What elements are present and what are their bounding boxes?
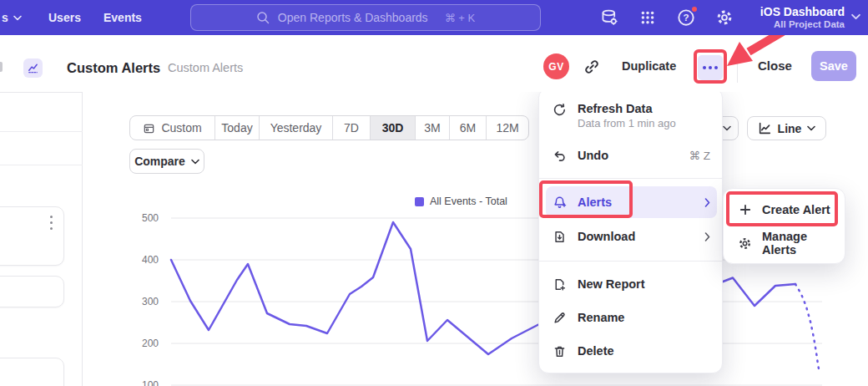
nav-partial-label: s [2,11,8,24]
header-divider [737,53,738,83]
svg-text:400: 400 [142,254,159,266]
report-header: Custom Alerts Custom Alerts GV Duplicate… [0,35,868,92]
svg-text:500: 500 [142,212,159,224]
svg-text:200: 200 [142,338,159,349]
sidebar-card[interactable] [0,206,64,266]
menu-divider [539,178,724,179]
range-3m[interactable]: 3M [416,116,450,140]
left-sidebar [0,92,83,386]
project-name: iOS Dashboard [760,5,845,18]
settings-gear-icon[interactable] [714,8,734,28]
range-today[interactable]: Today [215,116,260,140]
date-range-control: Custom Today Yesterday 7D 30D 3M 6M 12M [129,115,529,140]
nav-item-events[interactable]: Events [103,0,142,35]
close-button[interactable]: Close [758,58,792,73]
alerts-submenu: Create Alert Manage Alerts [723,188,845,264]
report-chart-icon [23,58,43,78]
menu-divider [539,261,724,262]
more-options-button[interactable] [698,55,723,80]
range-12m[interactable]: 12M [487,116,528,140]
breadcrumb[interactable]: Custom Alerts [168,61,243,74]
submenu-item-manage-alerts[interactable]: Manage Alerts [730,227,840,259]
chart-type-select[interactable]: Line [747,116,826,140]
menu-item-rename[interactable]: Rename [546,302,717,333]
chevron-down-icon [807,125,815,131]
calendar-icon [143,122,155,135]
range-custom[interactable]: Custom [130,116,215,140]
search-input[interactable]: Open Reports & Dashboards ⌘ + K [190,4,541,31]
chevron-down-icon [851,13,860,20]
copy-link-button[interactable] [582,57,602,77]
project-scope: All Project Data [774,18,845,30]
chevron-right-icon [704,198,710,207]
notification-dot [690,5,699,13]
report-options-menu: Refresh Data Data from 1 min ago Undo ⌘ … [538,88,723,373]
chevron-down-icon [13,15,22,21]
bell-plus-icon [553,196,567,210]
search-shortcut: ⌘ + K [445,12,476,24]
undo-shortcut: ⌘ Z [689,149,711,162]
chevron-down-icon [191,159,199,165]
chevron-down-icon [723,125,731,131]
submenu-item-create-alert[interactable]: Create Alert [730,194,840,226]
top-nav: s Users Events Open Reports & Dashboards… [0,0,868,35]
range-6m[interactable]: 6M [450,116,487,140]
menu-item-alerts[interactable]: Alerts [546,186,717,218]
menu-item-delete[interactable]: Delete [546,335,717,367]
nav-item-partial[interactable]: s [2,0,22,35]
apps-grid-icon[interactable] [638,8,658,28]
menu-item-download[interactable]: Download [546,221,717,252]
duplicate-button[interactable]: Duplicate [622,59,676,73]
menu-item-new-report[interactable]: New Report [546,268,717,300]
menu-item-refresh-data[interactable]: Refresh Data Data from 1 min ago [546,95,717,137]
kebab-menu-icon[interactable] [50,216,53,230]
search-placeholder: Open Reports & Dashboards [278,11,428,24]
range-yesterday[interactable]: Yesterday [260,116,333,140]
sidebar-divider [0,131,83,132]
help-icon[interactable]: ? [676,8,696,28]
page-title: Custom Alerts [67,60,160,76]
plus-icon [738,203,752,217]
range-30d[interactable]: 30D [371,116,416,140]
refresh-status: Data from 1 min ago [578,116,676,130]
nav-item-users[interactable]: Users [48,0,81,35]
legend-label: All Events - Total [430,196,507,207]
save-button[interactable]: Save [811,51,856,81]
sidebar-divider [0,165,83,165]
search-icon [256,11,270,24]
undo-icon [553,149,567,163]
avatar[interactable]: GV [543,53,569,79]
legend-swatch [415,197,424,206]
sidebar-card[interactable] [0,358,64,386]
svg-text:300: 300 [142,296,159,307]
link-icon [583,58,600,75]
range-7d[interactable]: 7D [333,116,371,140]
data-management-icon[interactable] [599,8,619,28]
gear-icon [738,236,752,251]
collapsed-panel-edge [0,62,3,72]
legend-item[interactable]: All Events - Total [415,196,507,207]
pencil-icon [553,311,567,325]
trash-icon [553,344,567,358]
svg-text:?: ? [683,12,689,23]
sidebar-card[interactable] [0,276,64,307]
refresh-icon [553,103,567,117]
compare-button[interactable]: Compare [129,149,204,174]
download-icon [553,230,567,244]
line-chart-icon [758,121,772,135]
new-report-icon [553,277,567,292]
menu-item-undo[interactable]: Undo ⌘ Z [546,140,717,171]
project-selector[interactable]: iOS Dashboard All Project Data [760,0,845,35]
chevron-right-icon [704,232,710,241]
svg-text:100: 100 [142,379,159,386]
